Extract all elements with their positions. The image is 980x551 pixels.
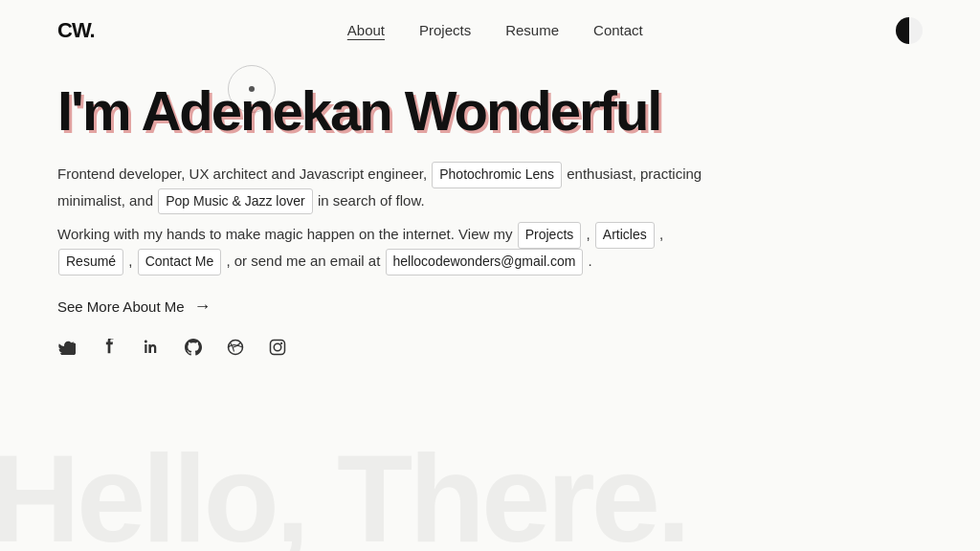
navbar: CW. About Projects Resume Contact [0, 0, 980, 61]
facebook-icon[interactable] [100, 338, 119, 357]
logo-text: CW. [57, 18, 95, 42]
sep2: , [659, 226, 663, 242]
hero-heading: I'm Adenekan Wonderful [57, 82, 923, 141]
nav-item-resume[interactable]: Resume [505, 22, 559, 39]
nav-item-about[interactable]: About [347, 22, 385, 39]
see-more-label: See More About Me [57, 298, 185, 315]
nav-link-projects[interactable]: Projects [419, 22, 471, 38]
nav-links: About Projects Resume Contact [347, 22, 643, 39]
projects-link[interactable]: Projects [518, 222, 582, 249]
nav-link-about[interactable]: About [347, 22, 385, 38]
nav-item-projects[interactable]: Projects [419, 22, 471, 39]
period: . [589, 253, 592, 269]
twitter-icon[interactable] [57, 338, 77, 357]
dribbble-icon[interactable] [226, 338, 245, 357]
social-icons [57, 338, 923, 357]
nav-item-contact[interactable]: Contact [593, 22, 643, 39]
svg-point-2 [274, 343, 281, 351]
sep3: , [128, 253, 136, 269]
github-icon[interactable] [184, 338, 203, 357]
description-line1: Frontend developer, UX architect and Jav… [57, 162, 708, 215]
main-content: I'm Adenekan Wonderful Frontend develope… [0, 61, 980, 357]
or-send: , or send me an email at [226, 253, 380, 269]
theme-toggle-button[interactable] [896, 17, 923, 44]
resume-link[interactable]: Resumé [58, 249, 123, 276]
articles-link[interactable]: Articles [595, 222, 655, 249]
svg-rect-1 [271, 341, 285, 355]
see-more-link[interactable]: See More About Me → [57, 297, 923, 317]
background-text: Hello, There. [0, 436, 687, 551]
desc-text-1: Frontend developer, UX architect and Jav… [57, 165, 427, 182]
svg-point-3 [280, 342, 282, 344]
arrow-icon: → [194, 297, 212, 317]
sep1: , [586, 226, 593, 242]
nav-link-resume[interactable]: Resume [505, 22, 559, 38]
photochromic-tag[interactable]: Photochromic Lens [432, 162, 562, 188]
nav-link-contact[interactable]: Contact [593, 22, 643, 38]
music-tag[interactable]: Pop Music & Jazz lover [158, 188, 313, 215]
email-tag[interactable]: hellocodewonders@gmail.com [386, 249, 584, 276]
logo[interactable]: CW. [57, 18, 95, 43]
desc-magic-text: Working with my hands to make magic happ… [57, 226, 513, 242]
linkedin-icon[interactable] [142, 338, 161, 357]
hero-description: Frontend developer, UX architect and Jav… [57, 162, 708, 276]
desc-text-flow: in search of flow. [318, 192, 425, 209]
svg-point-0 [229, 341, 243, 355]
instagram-icon[interactable] [268, 338, 287, 357]
description-line2: Working with my hands to make magic happ… [57, 222, 708, 276]
contact-me-link[interactable]: Contact Me [138, 249, 222, 276]
